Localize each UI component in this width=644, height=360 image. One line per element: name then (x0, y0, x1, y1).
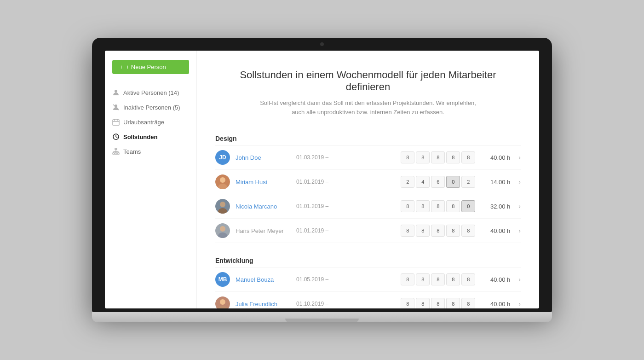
total-hours: 40.00 h (484, 301, 510, 308)
hour-box[interactable]: 8 (461, 273, 475, 285)
page-header: Sollstunden in einem Wochenmodell für je… (197, 51, 539, 130)
svg-point-0 (115, 90, 117, 93)
hour-box[interactable]: 8 (416, 200, 430, 212)
person-name[interactable]: Nicola Marcano (236, 203, 291, 210)
laptop-screen: + + Neue Person Aktive Personen (14) (92, 38, 552, 312)
hour-box[interactable]: 6 (431, 176, 445, 188)
hour-box[interactable]: 4 (416, 176, 430, 188)
sidebar-item-sollstunden[interactable]: Sollstunden (105, 129, 196, 144)
table-row: Miriam Husi 01.01.2019 – 2 4 6 0 2 14.00… (215, 170, 521, 194)
hour-box[interactable]: 8 (401, 151, 414, 163)
person-name[interactable]: Julia Freundlich (236, 301, 291, 308)
sidebar-inaktive-label: Inaktive Personen (5) (123, 104, 180, 111)
page-subtitle: Soll-Ist vergleicht dann das Soll mit de… (258, 99, 478, 116)
hour-box[interactable]: 2 (461, 176, 475, 188)
sidebar-item-urlaubsantraege[interactable]: Urlaubsanträge (105, 115, 196, 129)
avatar: JD (215, 150, 230, 165)
table-row: Nicola Marcano 01.01.2019 – 8 8 8 8 0 32… (215, 194, 521, 219)
hour-box[interactable]: 8 (446, 225, 460, 237)
hour-box[interactable]: 8 (446, 273, 460, 285)
svg-rect-11 (113, 153, 115, 154)
new-person-label: + Neue Person (126, 64, 166, 70)
hour-box[interactable]: 8 (431, 151, 445, 163)
avatar-initials: JD (219, 154, 226, 161)
hour-box[interactable]: 8 (461, 225, 475, 237)
hour-box[interactable]: 8 (431, 298, 445, 308)
hours-boxes: 8 8 8 8 8 (401, 298, 475, 308)
expand-icon[interactable]: › (518, 227, 521, 234)
expand-icon[interactable]: › (518, 203, 521, 210)
hours-boxes: 2 4 6 0 2 (401, 176, 475, 188)
avatar-image (215, 199, 230, 214)
avatar-image (215, 296, 230, 308)
sidebar-item-aktive[interactable]: Aktive Personen (14) (105, 85, 196, 100)
hour-box[interactable]: 8 (431, 273, 445, 285)
svg-rect-12 (115, 153, 117, 154)
laptop-wrapper: + + Neue Person Aktive Personen (14) (92, 38, 552, 322)
sidebar-urlaub-label: Urlaubsanträge (123, 119, 164, 126)
hour-box[interactable]: 8 (416, 298, 430, 308)
svg-line-9 (116, 137, 117, 138)
calendar-icon (112, 118, 120, 126)
person-date: 01.01.2019 – (296, 203, 356, 209)
hour-box[interactable]: 2 (401, 176, 414, 188)
team-label-design: Design (215, 130, 521, 145)
hour-box[interactable]: 8 (446, 200, 460, 212)
main-content: Sollstunden in einem Wochenmodell für je… (197, 51, 539, 308)
avatar (215, 174, 230, 189)
sidebar-teams-label: Teams (123, 148, 141, 155)
hour-box[interactable]: 8 (401, 200, 414, 212)
avatar-image (215, 223, 230, 238)
expand-icon[interactable]: › (518, 276, 521, 283)
person-date: 01.01.2019 – (296, 179, 356, 185)
person-date: 01.03.2019 – (296, 154, 356, 161)
table-row: JD John Doe 01.03.2019 – 8 8 8 8 8 40.00… (215, 145, 521, 170)
svg-point-29 (220, 299, 225, 305)
hour-box[interactable]: 8 (416, 273, 430, 285)
hour-box[interactable]: 8 (401, 225, 414, 237)
expand-icon[interactable]: › (518, 154, 521, 161)
avatar (215, 223, 230, 238)
org-icon (112, 148, 120, 155)
avatar-image (215, 174, 230, 189)
new-person-button[interactable]: + + Neue Person (112, 60, 189, 74)
person-date: 01.05.2019 – (296, 276, 356, 283)
hour-box[interactable]: 8 (416, 151, 430, 163)
svg-rect-13 (117, 153, 119, 154)
hour-box[interactable]: 0 (461, 200, 475, 212)
hour-box[interactable]: 8 (401, 298, 414, 308)
hour-box[interactable]: 8 (461, 298, 475, 308)
avatar-initials: MB (218, 276, 227, 283)
team-section-entwicklung: Entwicklung MB Manuel Bouza 01.05.2019 –… (197, 252, 539, 308)
page-title: Sollstunden in einem Wochenmodell für je… (224, 69, 512, 93)
hour-box[interactable]: 8 (431, 200, 445, 212)
sidebar-sollstunden-label: Sollstunden (123, 134, 157, 140)
svg-point-26 (220, 226, 225, 232)
expand-icon[interactable]: › (518, 178, 521, 186)
hour-box[interactable]: 8 (461, 151, 475, 163)
hour-box[interactable]: 8 (401, 273, 414, 285)
hour-box[interactable]: 8 (446, 151, 460, 163)
sidebar-item-inaktive[interactable]: Inaktive Personen (5) (105, 100, 196, 115)
person-name[interactable]: Miriam Husi (236, 179, 291, 186)
person-name[interactable]: Hans Peter Meyer (236, 227, 291, 234)
person-off-icon (112, 104, 120, 111)
table-row: Julia Freundlich 01.10.2019 – 8 8 8 8 8 … (215, 292, 521, 308)
expand-icon[interactable]: › (518, 300, 521, 308)
sidebar: + + Neue Person Aktive Personen (14) (105, 51, 197, 308)
hour-box[interactable]: 8 (431, 225, 445, 237)
hour-box[interactable]: 8 (446, 298, 460, 308)
person-date: 01.10.2019 – (296, 301, 356, 307)
svg-rect-3 (113, 120, 119, 125)
avatar (215, 296, 230, 308)
hours-boxes: 8 8 8 8 8 (401, 225, 475, 237)
team-label-entwicklung: Entwicklung (215, 252, 521, 267)
person-name[interactable]: Manuel Bouza (236, 276, 291, 283)
person-name[interactable]: John Doe (236, 154, 291, 161)
table-row: Hans Peter Meyer 01.01.2019 – 8 8 8 8 8 … (215, 219, 521, 243)
hour-box[interactable]: 0 (446, 176, 460, 188)
hour-box[interactable]: 8 (416, 225, 430, 237)
total-hours: 32.00 h (484, 203, 510, 210)
team-section-design: Design JD John Doe 01.03.2019 – 8 8 8 8 (197, 130, 539, 252)
sidebar-item-teams[interactable]: Teams (105, 144, 196, 159)
